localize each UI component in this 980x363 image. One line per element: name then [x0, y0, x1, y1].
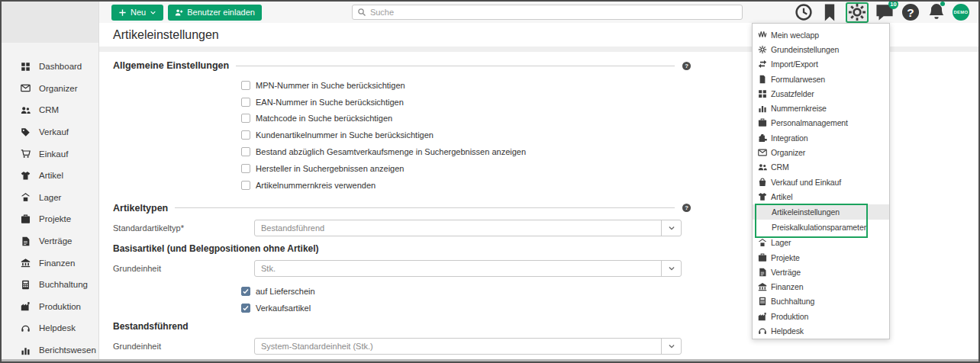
cart-icon	[21, 149, 31, 159]
sidebar-item-verkauf[interactable]: Verkauf	[2, 121, 98, 143]
help-icon[interactable]: ?	[901, 2, 920, 22]
sidebar-item-label: Helpdesk	[39, 323, 76, 332]
settings-menu-item-finanzen[interactable]: Finanzen	[753, 279, 889, 294]
settings-menu-item-mein-weclapp[interactable]: Mein weclapp	[753, 27, 889, 42]
puzzle-icon	[758, 133, 767, 143]
sidebar-item-dashboard[interactable]: Dashboard	[2, 56, 98, 78]
headset-icon	[21, 323, 31, 333]
settings-menu-item-verträge[interactable]: Verträge	[753, 265, 889, 279]
select-value: Bestandsführend	[255, 223, 661, 233]
checkbox[interactable]	[241, 304, 250, 313]
new-button[interactable]: Neu	[111, 5, 163, 21]
sidebar-item-einkauf[interactable]: Einkauf	[2, 143, 98, 165]
field-label: Grundeinheit	[113, 342, 254, 351]
bell-icon[interactable]	[927, 2, 946, 22]
checkbox-label: EAN-Nummer in Suche berücksichtigen	[256, 98, 404, 107]
warehouse-icon	[758, 238, 767, 247]
checkbox[interactable]	[241, 164, 250, 173]
grid-icon	[758, 89, 767, 98]
avatar[interactable]: DEMO	[953, 4, 969, 21]
select-value: System-Standardeinheit (Stk.)	[255, 342, 661, 351]
sidebar-item-finanzen[interactable]: Finanzen	[2, 252, 98, 274]
bookmark-icon[interactable]	[820, 2, 840, 22]
sidebar-item-helpdesk[interactable]: Helpdesk	[2, 317, 98, 339]
file-icon	[758, 75, 767, 84]
sidebar-item-artikel[interactable]: Artikel	[2, 165, 98, 187]
briefcase-icon	[758, 118, 767, 127]
settings-menu-item-buchhaltung[interactable]: Buchhaltung	[753, 294, 889, 309]
sidebar-item-produktion[interactable]: Produktion	[2, 296, 98, 318]
select-value: Stk.	[255, 264, 661, 273]
menu-item-label: CRM	[771, 162, 789, 172]
checkbox[interactable]	[241, 147, 250, 156]
checkbox[interactable]	[241, 114, 250, 123]
checkbox[interactable]	[241, 287, 250, 296]
invite-user-button[interactable]: Benutzer einladen	[168, 5, 262, 21]
checkbox[interactable]	[241, 130, 250, 140]
sidebar-item-berichtswesen[interactable]: Berichtswesen	[2, 339, 98, 361]
menu-item-label: Projekte	[771, 253, 800, 262]
select-standardartikeltyp[interactable]: Bestandsführend	[254, 220, 682, 236]
menu-item-label: Verträge	[771, 268, 801, 277]
search-icon	[357, 8, 366, 17]
section-help-icon[interactable]: ?	[682, 203, 691, 213]
settings-menu-item-lager[interactable]: Lager	[753, 236, 889, 250]
gear-icon	[758, 45, 767, 54]
sidebar-item-crm[interactable]: CRM	[2, 99, 98, 121]
bag-icon	[758, 178, 767, 187]
sidebar-item-organizer[interactable]: Organizer	[2, 78, 98, 100]
sidebar-item-projekte[interactable]: Projekte	[2, 208, 98, 230]
chevron-down-icon[interactable]	[661, 339, 681, 354]
settings-menu-item-produktion[interactable]: Produktion	[753, 309, 889, 323]
settings-menu-item-formularwesen[interactable]: Formularwesen	[753, 72, 889, 86]
settings-menu-item-crm[interactable]: CRM	[753, 160, 889, 175]
shirt-icon	[758, 192, 767, 201]
svg-text:?: ?	[685, 204, 688, 211]
sidebar-item-lager[interactable]: Lager	[2, 187, 98, 209]
briefcase-icon	[758, 253, 767, 262]
sidebar-item-buchhaltung[interactable]: Buchhaltung	[2, 274, 98, 296]
settings-menu-item-projekte[interactable]: Projekte	[753, 250, 889, 265]
settings-menu-item-integration[interactable]: Integration	[753, 130, 889, 145]
chevron-down-icon[interactable]	[661, 261, 681, 276]
select-grundeinheit[interactable]: System-Standardeinheit (Stk.)	[254, 338, 682, 355]
new-button-label: Neu	[131, 8, 146, 17]
menu-item-label: Artikeleinstellungen	[772, 207, 840, 217]
menu-item-label: Organizer	[771, 148, 805, 157]
settings-menu-item-organizer[interactable]: Organizer	[753, 145, 889, 159]
settings-menu-item-personalmanagement[interactable]: Personalmanagement	[753, 116, 889, 130]
page-title: Artikeleinstellungen	[113, 28, 219, 42]
sidebar-item-label: Buchhaltung	[39, 280, 88, 289]
gear-icon[interactable]	[846, 2, 869, 23]
checkbox[interactable]	[241, 81, 250, 90]
weclapp-logo-icon	[758, 31, 767, 40]
contract-icon	[21, 236, 31, 246]
select-grundeinheit[interactable]: Stk.	[254, 260, 682, 277]
settings-menu-item-verkauf-und-einkauf[interactable]: Verkauf und Einkauf	[753, 175, 889, 189]
settings-menu-item-grundeinstellungen[interactable]: Grundeinstellungen	[753, 42, 889, 56]
settings-menu-item-nummernkreise[interactable]: Nummernkreise	[753, 101, 889, 115]
chevron-down-icon[interactable]	[661, 220, 681, 236]
settings-menu-item-import-export[interactable]: Import/Export	[753, 57, 889, 72]
sidebar-nav: DashboardOrganizerCRMVerkaufEinkaufArtik…	[2, 43, 98, 361]
settings-menu-item-helpdesk[interactable]: Helpdesk	[753, 323, 889, 338]
chat-icon[interactable]: 10	[875, 2, 895, 22]
checkbox-label: Matchcode in Suche berücksichtigen	[256, 114, 392, 123]
menu-item-label: Buchhaltung	[771, 297, 814, 306]
settings-menu-item-artikel[interactable]: Artikel	[753, 189, 889, 204]
sidebar-item-verträge[interactable]: Verträge	[2, 230, 98, 252]
menu-item-label: Import/Export	[771, 59, 818, 69]
settings-menu-item-preiskalkulationsparameter[interactable]: Preiskalkulationsparameter	[753, 220, 889, 236]
menu-item-label: Mein weclapp	[771, 31, 819, 40]
section-help-icon[interactable]: ?	[682, 61, 691, 71]
checkbox-label: MPN-Nummer in Suche berücksichtigen	[256, 81, 405, 90]
history-icon[interactable]	[794, 2, 814, 22]
checkbox[interactable]	[241, 98, 250, 107]
checkbox-label: Hersteller in Suchergebnissen anzeigen	[256, 164, 404, 173]
checkbox-label: Bestand abzüglich Gesamtverkaufsmenge in…	[256, 147, 526, 156]
checkbox[interactable]	[241, 181, 250, 190]
search-input[interactable]	[370, 8, 737, 17]
settings-menu-item-zusatzfelder[interactable]: Zusatzfelder	[753, 86, 889, 101]
factory-icon	[758, 312, 767, 321]
settings-menu-item-artikeleinstellungen[interactable]: Artikeleinstellungen	[753, 204, 889, 220]
